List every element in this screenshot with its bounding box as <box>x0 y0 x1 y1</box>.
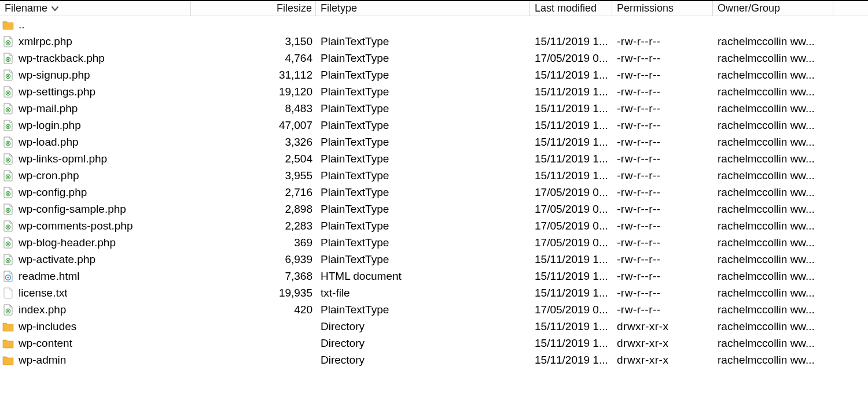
file-permissions-cell: -rw-r--r-- <box>612 270 713 283</box>
file-row[interactable]: wp-login.php47,007PlainTextType15/11/201… <box>0 117 868 134</box>
file-owner-cell: rachelmccollin ww... <box>713 35 868 48</box>
file-row[interactable]: license.txt19,935txt-file15/11/2019 1...… <box>0 284 868 301</box>
file-owner-cell: rachelmccollin ww... <box>713 287 868 299</box>
column-header-tail <box>833 1 868 16</box>
file-type-cell: PlainTextType <box>316 136 530 149</box>
file-type-cell: PlainTextType <box>316 69 530 82</box>
file-size-cell: 3,955 <box>191 169 316 182</box>
file-row[interactable]: wp-comments-post.php2,283PlainTextType17… <box>0 217 868 234</box>
file-row[interactable]: wp-config-sample.php2,898PlainTextType17… <box>0 201 868 217</box>
file-type-cell: PlainTextType <box>316 52 530 65</box>
file-row[interactable]: readme.html7,368HTML document15/11/2019 … <box>0 268 868 284</box>
file-modified-cell: 15/11/2019 1... <box>530 270 612 283</box>
file-size-cell: 19,120 <box>191 86 316 98</box>
folder-icon <box>2 321 14 332</box>
file-name-cell: wp-config.php <box>0 186 191 199</box>
svg-point-4 <box>6 107 11 112</box>
file-row[interactable]: wp-trackback.php4,764PlainTextType17/05/… <box>0 50 868 66</box>
sort-chevron-down-icon <box>51 5 59 13</box>
file-row[interactable]: wp-mail.php8,483PlainTextType15/11/2019 … <box>0 100 868 117</box>
file-modified-cell: 17/05/2019 0... <box>530 304 612 316</box>
file-name-text: wp-trackback.php <box>19 52 105 65</box>
file-row[interactable]: wp-includesDirectory15/11/2019 1...drwxr… <box>0 318 868 335</box>
file-row[interactable]: wp-signup.php31,112PlainTextType15/11/20… <box>0 66 868 83</box>
file-permissions-cell: -rw-r--r-- <box>612 119 713 132</box>
svg-point-15 <box>7 276 9 278</box>
file-size-cell: 3,150 <box>191 35 316 48</box>
file-name-cell: wp-load.php <box>0 136 191 149</box>
file-name-cell: wp-cron.php <box>0 169 191 182</box>
file-owner-cell: rachelmccollin ww... <box>713 354 868 367</box>
file-row[interactable]: index.php420PlainTextType17/05/2019 0...… <box>0 301 868 318</box>
file-owner-cell: rachelmccollin ww... <box>713 86 868 98</box>
column-header-row: Filename Filesize Filetype Last modified… <box>0 0 868 16</box>
file-owner-cell: rachelmccollin ww... <box>713 119 868 132</box>
file-permissions-cell: -rw-r--r-- <box>612 136 713 149</box>
file-row[interactable]: xmlrpc.php3,150PlainTextType15/11/2019 1… <box>0 33 868 50</box>
column-header-filesize-label: Filesize <box>277 2 312 14</box>
file-modified-cell: 15/11/2019 1... <box>530 102 612 115</box>
file-row[interactable]: wp-settings.php19,120PlainTextType15/11/… <box>0 83 868 100</box>
file-size-cell: 6,939 <box>191 253 316 266</box>
file-name-cell: license.txt <box>0 287 191 299</box>
php-file-icon <box>2 136 14 148</box>
file-name-cell: wp-blog-header.php <box>0 236 191 249</box>
file-size-cell: 19,935 <box>191 287 316 299</box>
file-size-cell: 31,112 <box>191 69 316 82</box>
file-name-text: wp-login.php <box>19 119 81 132</box>
column-header-last-modified[interactable]: Last modified <box>530 1 612 16</box>
file-permissions-cell: -rw-r--r-- <box>612 203 713 216</box>
file-name-text: wp-config.php <box>19 186 87 199</box>
svg-point-11 <box>6 224 11 230</box>
file-modified-cell: 15/11/2019 1... <box>530 337 612 350</box>
file-size-cell: 4,764 <box>191 52 316 65</box>
file-row[interactable]: wp-adminDirectory15/11/2019 1...drwxr-xr… <box>0 351 868 368</box>
svg-point-2 <box>6 73 11 79</box>
file-modified-cell: 15/11/2019 1... <box>530 35 612 48</box>
file-name-text: wp-content <box>19 337 72 350</box>
file-name-text: wp-links-opml.php <box>19 153 107 165</box>
php-file-icon <box>2 170 14 182</box>
file-row[interactable]: wp-load.php3,326PlainTextType15/11/2019 … <box>0 134 868 150</box>
file-row[interactable]: wp-blog-header.php369PlainTextType17/05/… <box>0 234 868 251</box>
file-row[interactable]: wp-links-opml.php2,504PlainTextType15/11… <box>0 150 868 167</box>
file-name-text: .. <box>19 18 25 31</box>
file-name-cell: wp-settings.php <box>0 86 191 98</box>
file-name-cell: .. <box>0 18 191 31</box>
svg-point-3 <box>6 90 11 95</box>
column-header-filename[interactable]: Filename <box>0 1 191 16</box>
svg-point-7 <box>6 157 11 162</box>
column-header-filetype[interactable]: Filetype <box>316 1 530 16</box>
file-owner-cell: rachelmccollin ww... <box>713 270 868 283</box>
file-row[interactable]: wp-config.php2,716PlainTextType17/05/201… <box>0 184 868 201</box>
file-owner-cell: rachelmccollin ww... <box>713 236 868 249</box>
file-size-cell: 369 <box>191 236 316 249</box>
file-name-text: wp-includes <box>19 320 76 333</box>
file-permissions-cell: -rw-r--r-- <box>612 102 713 115</box>
svg-point-16 <box>6 308 11 313</box>
column-header-owner-group[interactable]: Owner/Group <box>713 1 833 16</box>
file-permissions-cell: -rw-r--r-- <box>612 69 713 82</box>
file-type-cell: PlainTextType <box>316 102 530 115</box>
column-header-filesize[interactable]: Filesize <box>191 1 316 16</box>
file-row[interactable]: wp-cron.php3,955PlainTextType15/11/2019 … <box>0 167 868 184</box>
column-header-owner-group-label: Owner/Group <box>718 2 780 14</box>
php-file-icon <box>2 203 14 215</box>
file-row[interactable]: wp-contentDirectory15/11/2019 1...drwxr-… <box>0 335 868 351</box>
svg-point-12 <box>6 241 11 246</box>
php-file-icon <box>2 86 14 98</box>
file-name-text: wp-cron.php <box>19 169 79 182</box>
file-type-cell: PlainTextType <box>316 186 530 199</box>
file-modified-cell: 15/11/2019 1... <box>530 153 612 165</box>
file-owner-cell: rachelmccollin ww... <box>713 102 868 115</box>
php-file-icon <box>2 220 14 232</box>
svg-point-6 <box>6 140 11 146</box>
file-type-cell: Directory <box>316 320 530 333</box>
column-header-permissions[interactable]: Permissions <box>612 1 713 16</box>
file-name-cell: readme.html <box>0 270 191 283</box>
file-permissions-cell: -rw-r--r-- <box>612 169 713 182</box>
file-row[interactable]: wp-activate.php6,939PlainTextType15/11/2… <box>0 251 868 268</box>
file-modified-cell: 17/05/2019 0... <box>530 203 612 216</box>
file-name-text: wp-admin <box>19 354 66 367</box>
file-row[interactable]: .. <box>0 16 868 33</box>
